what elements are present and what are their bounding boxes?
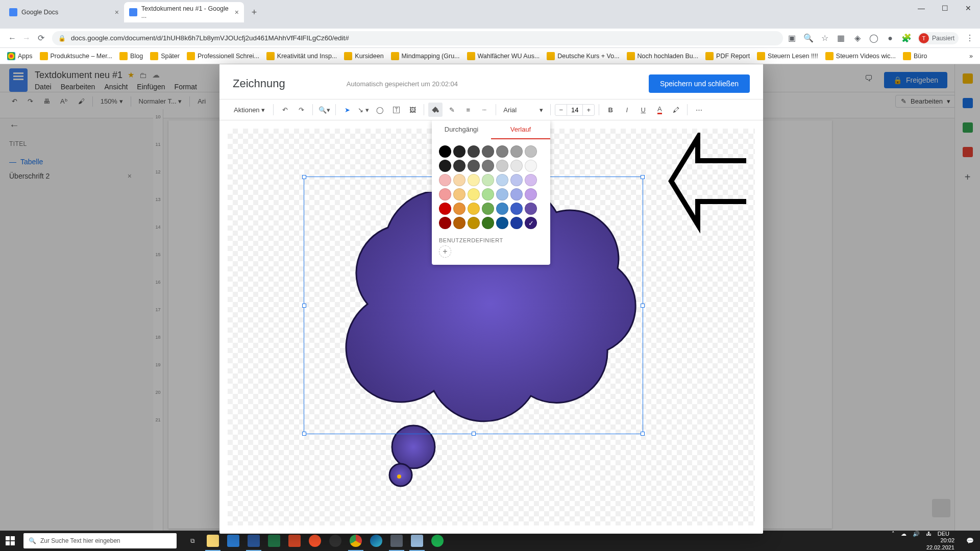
- zoom-icon[interactable]: 🔍: [803, 33, 814, 43]
- close-tab-icon[interactable]: ×: [235, 8, 239, 16]
- resize-handle[interactable]: [641, 432, 645, 436]
- textbox-tool-icon[interactable]: 🅃: [389, 103, 403, 117]
- italic-icon[interactable]: I: [620, 103, 634, 117]
- bookmark-item[interactable]: PDF Report: [705, 52, 750, 60]
- taskbar-app-obs[interactable]: [326, 531, 345, 551]
- color-swatch[interactable]: [439, 160, 451, 172]
- window-maximize[interactable]: ☐: [933, 0, 957, 16]
- color-swatch[interactable]: [496, 160, 508, 172]
- undo-icon[interactable]: ↶: [278, 103, 292, 117]
- browser-tab-active[interactable]: Textdokument neu #1 - Google ... ×: [124, 2, 244, 22]
- color-swatch[interactable]: [439, 217, 451, 229]
- color-swatch[interactable]: [482, 174, 494, 186]
- taskbar-app-edge[interactable]: [366, 531, 386, 551]
- bookmark-item[interactable]: Kursideen: [344, 52, 383, 60]
- actions-menu[interactable]: Aktionen ▾: [230, 106, 269, 114]
- taskbar-app-powerpoint[interactable]: [285, 531, 304, 551]
- taskbar-app-edge-legacy[interactable]: [224, 531, 243, 551]
- resize-handle[interactable]: [302, 175, 306, 179]
- tray-language[interactable]: DEU: [938, 531, 949, 537]
- bookmark-item[interactable]: Produktsuche – Mer...: [40, 52, 113, 60]
- extension-icon[interactable]: ◈: [852, 33, 863, 43]
- nav-back-icon[interactable]: ←: [5, 31, 19, 45]
- color-swatch[interactable]: [439, 145, 451, 158]
- taskbar-app-chrome[interactable]: [346, 531, 365, 551]
- task-view-icon[interactable]: ⧉: [183, 531, 202, 551]
- add-custom-color-icon[interactable]: +: [439, 245, 451, 258]
- color-swatch[interactable]: [496, 203, 508, 215]
- select-tool-icon[interactable]: ➤: [340, 103, 354, 117]
- bookmark-item[interactable]: Büro: [903, 52, 927, 60]
- color-swatch[interactable]: [468, 160, 480, 172]
- tab-solid[interactable]: Durchgängi: [432, 120, 491, 139]
- cast-icon[interactable]: ▣: [787, 33, 797, 43]
- tray-chevron-icon[interactable]: ˄: [892, 531, 895, 537]
- color-swatch[interactable]: [482, 188, 494, 201]
- taskbar-app-explorer[interactable]: [203, 531, 223, 551]
- highlight-color-icon[interactable]: 🖍: [669, 103, 683, 117]
- taskbar-app-notepad[interactable]: [407, 531, 427, 551]
- color-swatch[interactable]: [439, 188, 451, 201]
- resize-handle[interactable]: [472, 432, 476, 436]
- color-swatch[interactable]: [510, 160, 523, 172]
- taskbar-app-brave[interactable]: [305, 531, 325, 551]
- bold-icon[interactable]: B: [603, 103, 618, 117]
- browser-tab[interactable]: Google Docs ×: [4, 5, 124, 19]
- new-tab-button[interactable]: +: [247, 5, 261, 19]
- taskbar-app-reader[interactable]: [387, 531, 406, 551]
- color-swatch[interactable]: [525, 203, 537, 215]
- color-swatch[interactable]: [468, 203, 480, 215]
- text-color-icon[interactable]: A: [652, 103, 667, 117]
- border-weight-icon[interactable]: ≡: [461, 103, 475, 117]
- window-close[interactable]: ✕: [957, 0, 980, 16]
- zoom-icon[interactable]: 🔍▾: [317, 103, 331, 117]
- clock-date[interactable]: 22.02.2021: [887, 544, 954, 551]
- nav-forward-icon[interactable]: →: [19, 31, 34, 45]
- color-swatch[interactable]: [496, 188, 508, 201]
- bookmark-item[interactable]: Kreativität und Insp...: [266, 52, 337, 60]
- color-swatch[interactable]: [453, 145, 465, 158]
- bookmark-item[interactable]: Noch hochladen Bu...: [627, 52, 699, 60]
- start-button[interactable]: [0, 531, 20, 551]
- save-and-close-button[interactable]: Speichern und schließen: [649, 74, 750, 93]
- border-dash-icon[interactable]: ┄: [477, 103, 492, 117]
- color-swatch[interactable]: [496, 145, 508, 158]
- color-swatch[interactable]: [439, 174, 451, 186]
- color-swatch[interactable]: [453, 174, 465, 186]
- clock-time[interactable]: 20:02: [887, 537, 954, 544]
- resize-handle[interactable]: [302, 432, 306, 436]
- shape-tool-icon[interactable]: ◯: [373, 103, 387, 117]
- color-swatch[interactable]: [482, 145, 494, 158]
- taskbar-app-excel[interactable]: [264, 531, 284, 551]
- line-tool-icon[interactable]: ↘ ▾: [356, 103, 371, 117]
- font-family-select[interactable]: Arial▾: [500, 106, 546, 114]
- color-swatch[interactable]: [453, 217, 465, 229]
- bookmark-item[interactable]: Später: [150, 52, 180, 60]
- color-swatch[interactable]: [525, 160, 537, 172]
- increase-font-icon[interactable]: +: [583, 106, 594, 114]
- color-swatch[interactable]: [525, 145, 537, 158]
- taskbar-app-word[interactable]: [244, 531, 263, 551]
- extension-icon[interactable]: ●: [885, 33, 895, 43]
- image-tool-icon[interactable]: 🖼: [405, 103, 420, 117]
- window-minimize[interactable]: —: [910, 0, 933, 16]
- tray-volume-icon[interactable]: 🔊: [913, 531, 920, 537]
- color-swatch[interactable]: [439, 203, 451, 215]
- action-center-icon[interactable]: 💬: [960, 537, 980, 544]
- color-swatch[interactable]: [468, 145, 480, 158]
- resize-handle[interactable]: [302, 304, 306, 308]
- extension-icon[interactable]: ▦: [836, 33, 846, 43]
- bookmark-item[interactable]: Steuern Lesen !!!!: [757, 52, 818, 60]
- chrome-menu-icon[interactable]: ⋮: [965, 33, 975, 43]
- more-icon[interactable]: ⋯: [692, 103, 706, 117]
- color-swatch[interactable]: [468, 174, 480, 186]
- border-color-icon[interactable]: ✎: [445, 103, 459, 117]
- color-swatch[interactable]: [510, 174, 523, 186]
- color-swatch[interactable]: [482, 203, 494, 215]
- bookmark-item[interactable]: Wahlfächer WU Aus...: [467, 52, 540, 60]
- address-bar[interactable]: 🔒 docs.google.com/document/d/1hUH8k6h7Lb…: [52, 31, 783, 45]
- color-swatch[interactable]: [468, 217, 480, 229]
- fill-color-icon[interactable]: [428, 103, 443, 117]
- font-size-stepper[interactable]: − +: [555, 104, 595, 116]
- bookmark-item[interactable]: Professionell Schrei...: [187, 52, 259, 60]
